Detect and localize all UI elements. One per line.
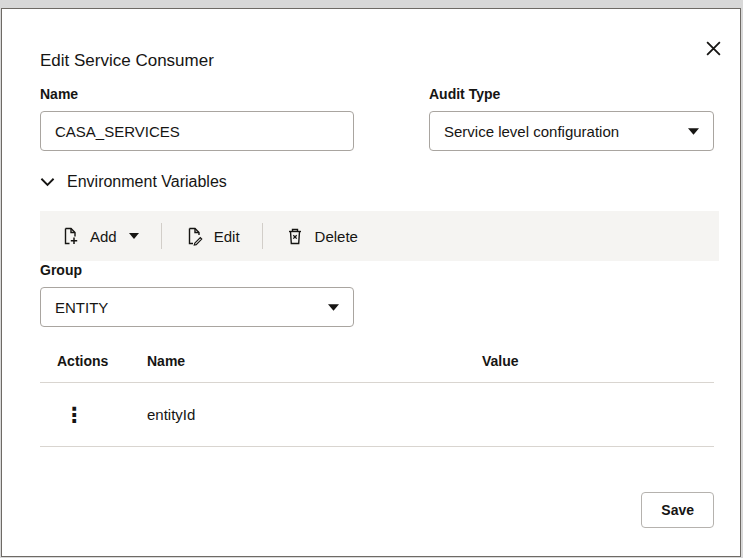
kebab-icon: ⋮	[64, 403, 85, 427]
edit-button[interactable]: Edit	[162, 211, 262, 261]
close-icon	[705, 40, 722, 57]
section-label: Environment Variables	[67, 173, 227, 191]
table-row[interactable]: ⋮ entityId	[40, 383, 714, 447]
column-header-actions: Actions	[57, 353, 147, 369]
delete-button[interactable]: Delete	[263, 211, 380, 261]
row-actions-menu-button[interactable]: ⋮	[61, 400, 87, 430]
audit-type-selected-value: Service level configuration	[444, 123, 619, 140]
form-fields-row: Name Audit Type Service level configurat…	[40, 86, 714, 151]
close-button[interactable]	[698, 33, 728, 63]
name-field: Name	[40, 86, 354, 151]
group-label: Group	[40, 262, 354, 278]
audit-type-field: Audit Type Service level configuration	[429, 86, 714, 151]
env-vars-table: Actions Name Value ⋮ entityId	[40, 339, 714, 447]
dialog-title: Edit Service Consumer	[40, 51, 214, 71]
add-label: Add	[90, 228, 117, 245]
environment-variables-toggle[interactable]: Environment Variables	[40, 173, 227, 191]
group-select[interactable]: ENTITY	[40, 287, 354, 327]
edit-label: Edit	[214, 228, 240, 245]
caret-down-icon	[688, 128, 699, 135]
group-field: Group ENTITY	[40, 262, 354, 327]
row-name-cell: entityId	[147, 406, 482, 423]
edit-service-consumer-dialog: Edit Service Consumer Name Audit Type Se…	[1, 8, 741, 557]
chevron-down-icon	[40, 177, 55, 187]
env-vars-toolbar: Add Edit Delete	[40, 211, 719, 261]
audit-type-select[interactable]: Service level configuration	[429, 111, 714, 151]
column-header-value: Value	[482, 353, 714, 369]
add-document-icon	[60, 226, 80, 246]
add-button[interactable]: Add	[54, 211, 161, 261]
add-caret-down-icon	[129, 233, 139, 239]
save-button[interactable]: Save	[641, 492, 714, 528]
audit-type-label: Audit Type	[429, 86, 714, 102]
table-header-row: Actions Name Value	[40, 339, 714, 383]
column-header-name: Name	[147, 353, 482, 369]
row-actions-cell: ⋮	[57, 400, 147, 430]
caret-down-icon	[328, 304, 339, 311]
delete-label: Delete	[315, 228, 358, 245]
name-input[interactable]	[40, 111, 354, 151]
edit-document-icon	[184, 226, 204, 246]
name-label: Name	[40, 86, 354, 102]
group-selected-value: ENTITY	[55, 299, 108, 316]
delete-trash-icon	[285, 226, 305, 246]
